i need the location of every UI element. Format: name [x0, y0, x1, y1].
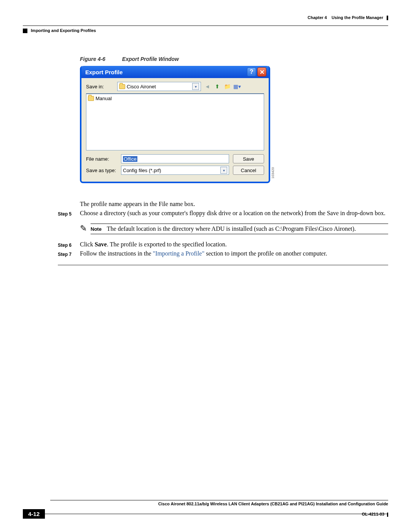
note-text: The default location is the directory wh… — [107, 225, 356, 232]
step-6: Step 6 Click Save. The profile is export… — [58, 241, 388, 248]
header-section: Importing and Exporting Profiles — [23, 28, 388, 33]
header-chapter: Chapter 4 Using the Profile Manager — [307, 15, 388, 20]
save-in-label: Save in: — [86, 84, 117, 89]
note-label: Note — [91, 226, 102, 232]
header-bar-icon — [387, 16, 388, 20]
chapter-label: Chapter 4 — [307, 15, 327, 20]
folder-icon — [119, 84, 125, 89]
up-icon[interactable]: ⬆ — [213, 82, 221, 91]
dialog-titlebar: Export Profile ? ✕ — [81, 66, 269, 78]
dialog-title: Export Profile — [85, 69, 246, 75]
section-end-rule — [58, 265, 388, 265]
note-block: ✎ Note The default location is the direc… — [80, 224, 388, 234]
cancel-button[interactable]: Cancel — [233, 166, 264, 175]
figure-caption: Figure 4-6 Export Profile Window — [80, 56, 388, 62]
step-body: Click Save. The profile is exported to t… — [80, 241, 388, 248]
header-square-icon — [23, 29, 27, 33]
note-body: Note The default location is the directo… — [91, 224, 388, 234]
back-icon[interactable]: ◄ — [203, 82, 212, 91]
file-name-label: File name: — [86, 156, 117, 162]
step-5: Step 5 Choose a directory (such as your … — [58, 210, 388, 217]
new-folder-icon[interactable]: 📁 — [223, 82, 231, 91]
save-as-type-label: Save as type: — [86, 168, 117, 173]
save-button[interactable]: Save — [233, 154, 264, 163]
toolbar: ◄ ⬆ 📁 ▦▾ — [203, 82, 241, 91]
dialog-body: Save in: Cisco Aironet ▾ ◄ ⬆ 📁 ▦▾ — [81, 78, 269, 182]
folder-icon — [88, 96, 94, 101]
figure-number: Figure 4-6 — [80, 56, 105, 62]
intro-text: The profile name appears in the File nam… — [80, 201, 388, 208]
file-name-value: Office — [123, 156, 137, 162]
image-id: 103420 — [271, 167, 275, 179]
page-number: 4-12 — [23, 509, 45, 519]
help-button[interactable]: ? — [247, 67, 256, 77]
file-name-field[interactable]: Office — [121, 154, 229, 163]
file-listbox[interactable]: Manual — [86, 93, 264, 150]
step-label: Step 7 — [58, 250, 80, 257]
save-in-value: Cisco Aironet — [127, 84, 156, 89]
figure-title: Export Profile Window — [122, 56, 179, 62]
step-body: Follow the instructions in the "Importin… — [80, 250, 388, 257]
save-as-type-value: Config files (*.prf) — [123, 168, 161, 173]
section-title: Importing and Exporting Profiles — [31, 28, 96, 33]
step-7: Step 7 Follow the instructions in the "I… — [58, 250, 388, 257]
close-button[interactable]: ✕ — [257, 67, 266, 77]
step-body: Choose a directory (such as your compute… — [80, 210, 388, 217]
step-label: Step 6 — [58, 241, 80, 248]
page-header: Chapter 4 Using the Profile Manager — [23, 15, 388, 26]
chapter-title: Using the Profile Manager — [331, 15, 383, 20]
footer-doc-id: OL-4211-03 — [362, 512, 384, 516]
save-as-type-dropdown[interactable]: Config files (*.prf) ▾ — [121, 166, 229, 175]
footer-guide-title: Cisco Aironet 802.11a/b/g Wireless LAN C… — [23, 500, 388, 506]
footer-bar-icon — [387, 513, 388, 517]
step-label: Step 5 — [58, 210, 80, 217]
save-word: Save — [95, 241, 107, 248]
list-item-label: Manual — [96, 96, 112, 101]
view-menu-icon[interactable]: ▦▾ — [233, 82, 241, 91]
export-profile-dialog: Export Profile ? ✕ Save in: Cisco Airone… — [80, 66, 270, 183]
page-footer: Cisco Aironet 802.11a/b/g Wireless LAN C… — [23, 500, 388, 517]
chevron-down-icon[interactable]: ▾ — [220, 167, 227, 174]
importing-profile-link[interactable]: "Importing a Profile" — [153, 250, 205, 257]
list-item[interactable]: Manual — [88, 96, 262, 101]
chevron-down-icon[interactable]: ▾ — [192, 83, 199, 90]
save-in-dropdown[interactable]: Cisco Aironet ▾ — [117, 82, 201, 91]
note-pencil-icon: ✎ — [80, 224, 91, 234]
